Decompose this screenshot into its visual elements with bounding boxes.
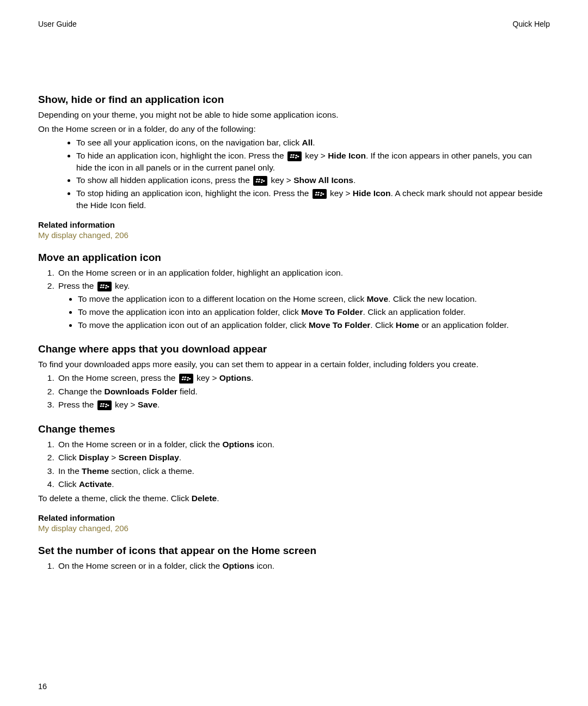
ui-label: Home	[396, 320, 419, 330]
blackberry-key-icon	[97, 400, 112, 410]
blackberry-key-icon	[253, 176, 267, 186]
body-text: On the Home screen or in a folder, do an…	[38, 123, 550, 135]
list-item: Press the key > Save.	[57, 399, 550, 411]
bullet-list: To see all your application icons, on th…	[38, 137, 550, 211]
list-item: To move the application icon to a differ…	[78, 293, 550, 305]
ui-label: Options	[223, 440, 255, 449]
list-item: On the Home screen or in an application …	[57, 267, 550, 279]
list-item: On the Home screen or in a folder, click…	[57, 560, 550, 572]
list-item: On the Home screen, press the key > Opti…	[57, 372, 550, 384]
ui-label: Move To Folder	[309, 320, 370, 330]
header-left: User Guide	[38, 20, 77, 28]
document-page: User Guide Quick Help Show, hide or find…	[0, 0, 588, 706]
blackberry-key-icon	[97, 282, 112, 291]
body-text: To find your downloaded apps more easily…	[38, 358, 550, 370]
ui-label: Options	[219, 373, 252, 382]
ui-label: Theme	[82, 466, 109, 476]
numbered-list: On the Home screen or in a folder, click…	[38, 560, 550, 572]
list-item: To hide an application icon, highlight t…	[76, 150, 550, 173]
section-heading: Change themes	[38, 423, 550, 435]
ui-label: Hide Icon	[328, 151, 366, 160]
list-item: On the Home screen or in a folder, click…	[57, 439, 550, 451]
body-text: To delete a theme, click the theme. Clic…	[38, 492, 550, 504]
ui-label: Move To Folder	[301, 307, 363, 317]
bullet-list: To move the application icon to a differ…	[58, 293, 550, 331]
related-link[interactable]: My display changed, 206	[38, 230, 550, 240]
list-item: To stop hiding an application icon, high…	[76, 187, 550, 211]
list-item: Change the Downloads Folder field.	[57, 386, 550, 398]
ui-label: Downloads Folder	[104, 387, 177, 396]
section-heading: Set the number of icons that appear on t…	[38, 545, 550, 557]
related-info-heading: Related information	[38, 512, 550, 524]
list-item: In the Theme section, click a theme.	[57, 465, 550, 477]
list-item: To move the application icon into an app…	[78, 306, 550, 318]
ui-label: Show All Icons	[293, 175, 353, 185]
list-item: Click Activate.	[57, 478, 550, 490]
ui-label: Screen Display	[119, 453, 179, 462]
list-item: Press the key. To move the application i…	[57, 280, 550, 331]
numbered-list: On the Home screen or in an application …	[38, 267, 550, 331]
related-link[interactable]: My display changed, 206	[38, 524, 550, 533]
blackberry-key-icon	[287, 151, 302, 161]
section-heading: Change where apps that you download appe…	[38, 343, 550, 355]
body-text: Depending on your theme, you might not b…	[38, 109, 550, 121]
related-info-heading: Related information	[38, 219, 550, 230]
page-number: 16	[38, 682, 47, 691]
page-header: User Guide Quick Help	[38, 20, 550, 28]
section-heading: Move an application icon	[38, 252, 550, 264]
numbered-list: On the Home screen or in a folder, click…	[38, 439, 550, 491]
blackberry-key-icon	[313, 189, 327, 199]
ui-label: Save	[138, 400, 157, 409]
blackberry-key-icon	[179, 374, 193, 384]
ui-label: Display	[79, 453, 109, 462]
list-item: To show all hidden application icons, pr…	[76, 174, 550, 186]
list-item: Click Display > Screen Display.	[57, 452, 550, 464]
ui-label: Activate	[79, 479, 112, 489]
ui-label: Options	[223, 561, 255, 570]
numbered-list: On the Home screen, press the key > Opti…	[38, 372, 550, 411]
ui-label: Hide Icon	[353, 188, 391, 198]
ui-label: Delete	[192, 494, 217, 503]
section-heading: Show, hide or find an application icon	[38, 94, 550, 106]
list-item: To see all your application icons, on th…	[76, 137, 550, 149]
list-item: To move the application icon out of an a…	[78, 319, 550, 331]
ui-label: Move	[366, 294, 388, 303]
ui-label: All	[302, 138, 313, 147]
header-right: Quick Help	[513, 20, 550, 28]
